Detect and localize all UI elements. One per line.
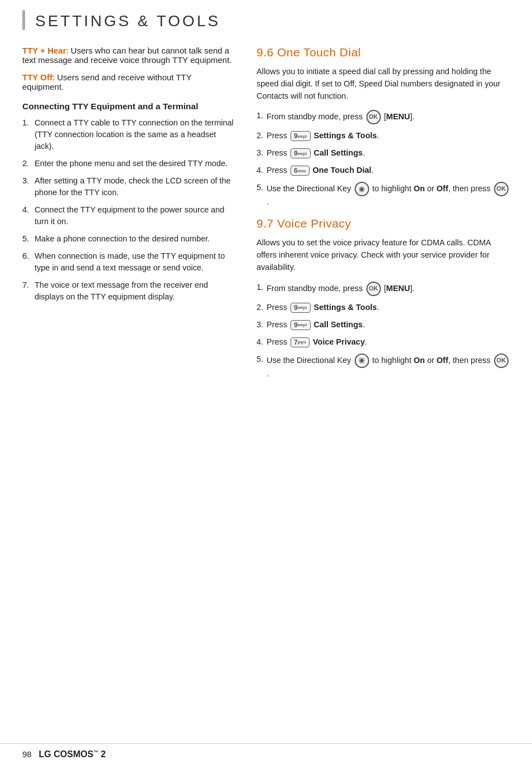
key-6mno-icon: 6mno <box>291 166 309 176</box>
tty-plus-hear-entry: TTY + Hear: Users who can hear but canno… <box>22 46 234 65</box>
list-item: 4. Press 6mno One Touch Dial. <box>257 164 510 176</box>
ok-icon: OK <box>494 354 509 368</box>
list-item: 3. Press 9wxyz Call Settings. <box>257 319 510 331</box>
directional-key-icon: ◉ <box>355 182 369 196</box>
tty-off-entry: TTY Off: Users send and receive without … <box>22 72 234 91</box>
ok-icon: OK <box>366 110 381 124</box>
tty-off-label: TTY Off <box>22 72 52 82</box>
list-item: 3. After setting a TTY mode, check the L… <box>22 175 234 198</box>
connecting-heading: Connecting TTY Equipment and a Terminal <box>22 101 234 112</box>
directional-key-icon: ◉ <box>355 354 369 368</box>
ok-icon: OK <box>494 182 509 196</box>
right-column: 9.6 One Touch Dial Allows you to initiat… <box>245 46 521 389</box>
section-desc-voice-privacy: Allows you to set the voice privacy feat… <box>257 237 510 273</box>
connecting-steps-list: 1. Connect a TTY cable to TTY connection… <box>22 117 234 303</box>
ok-icon: OK <box>366 282 381 296</box>
list-item: 2. Press 9wxyz Settings & Tools. <box>257 302 510 313</box>
list-item: 2. Press 9wxyz Settings & Tools. <box>257 130 510 142</box>
list-item: 4. Press 7pqrs Voice Privacy. <box>257 336 510 348</box>
key-9wxyz-icon: 9wxyz <box>291 148 310 158</box>
list-item: 5. Use the Directional Key ◉ to highligh… <box>257 354 510 380</box>
list-item: 2. Enter the phone menu and set the desi… <box>22 158 234 170</box>
key-9wxyz-icon: 9wxyz <box>291 320 310 330</box>
list-item: 7. The voice or text message from the re… <box>22 279 234 303</box>
section-title-one-touch-dial: 9.6 One Touch Dial <box>257 46 510 59</box>
list-item: 5. Use the Directional Key ◉ to highligh… <box>257 182 510 208</box>
list-item: 1. Connect a TTY cable to TTY connection… <box>22 117 234 152</box>
page-footer: 98 LG COSMOS™ 2 <box>0 743 532 765</box>
list-item: 3. Press 9wxyz Call Settings. <box>257 147 510 159</box>
section-title-voice-privacy: 9.7 Voice Privacy <box>257 217 510 230</box>
brand-name: LG COSMOS™ 2 <box>34 749 106 759</box>
key-9wxyz-icon: 9wxyz <box>291 131 310 141</box>
list-item: 5. Make a phone connection to the desire… <box>22 233 234 245</box>
list-item: 1. From standby mode, press OK [MENU]. <box>257 282 510 296</box>
page-header: SETTINGS & TOOLS <box>0 0 532 36</box>
header-bar <box>22 10 25 30</box>
one-touch-dial-steps: 1. From standby mode, press OK [MENU]. 2… <box>257 110 510 208</box>
list-item: 4. Connect the TTY equipment to the powe… <box>22 204 234 227</box>
page-title: SETTINGS & TOOLS <box>35 10 220 30</box>
key-7pqrs-icon: 7pqrs <box>291 337 309 347</box>
main-content: TTY + Hear: Users who can hear but canno… <box>0 36 532 400</box>
page-number: 98 <box>22 749 32 759</box>
voice-privacy-steps: 1. From standby mode, press OK [MENU]. 2… <box>257 282 510 380</box>
section-desc-one-touch-dial: Allows you to initiate a speed dial call… <box>257 66 510 102</box>
list-item: 1. From standby mode, press OK [MENU]. <box>257 110 510 124</box>
tty-plus-hear-label: TTY + Hear <box>22 46 66 55</box>
list-item: 6. When connection is made, use the TTY … <box>22 250 234 274</box>
key-9wxyz-icon: 9wxyz <box>291 303 310 313</box>
page: SETTINGS & TOOLS TTY + Hear: Users who c… <box>0 0 532 765</box>
left-column: TTY + Hear: Users who can hear but canno… <box>11 46 245 389</box>
